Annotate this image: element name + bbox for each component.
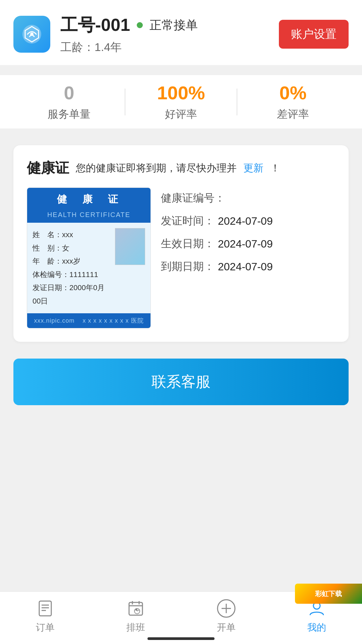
stats-row: 0 服务单量 100% 好评率 0% 差评率 xyxy=(0,75,362,128)
cert-footer-hospital: x x x x x x x x x 医院 xyxy=(83,317,144,324)
cert-age: 年 龄：xxx岁 xyxy=(33,255,112,268)
stat-service-count: 0 服务单量 xyxy=(13,82,125,122)
service-count-label: 服务单量 xyxy=(13,107,125,122)
issue-time-label: 发证时间： xyxy=(161,214,215,228)
worker-id-text: 工号-001 xyxy=(60,13,130,37)
cert-issue-date: 发证日期：2000年0月00日 xyxy=(33,281,112,308)
cert-sub: HEALTH CERTIFICATE xyxy=(27,211,150,223)
home-indicator xyxy=(147,637,215,640)
svg-point-11 xyxy=(135,609,137,611)
health-card: 健康证 您的健康证即将到期，请尽快办理并 更新 ！ 健 康 证 HEALTH C… xyxy=(13,145,349,342)
worker-id-row: 工号-001 正常接单 xyxy=(60,13,198,37)
nav-schedule-label: 排班 xyxy=(126,621,145,634)
effective-date-row: 生效日期： 2024-07-09 xyxy=(161,236,335,251)
header: 工号-001 正常接单 工龄：1.4年 账户设置 xyxy=(0,0,362,65)
nav-item-add[interactable]: 开单 xyxy=(181,598,272,634)
bad-rate-label: 差评率 xyxy=(237,107,349,122)
add-icon xyxy=(216,598,236,619)
bad-rate-value: 0% xyxy=(237,82,349,104)
cert-no-label: 健康证编号： xyxy=(161,191,225,206)
stat-bad-rate: 0% 差评率 xyxy=(237,82,349,122)
nav-add-label: 开单 xyxy=(217,621,236,634)
issue-time-row: 发证时间： 2024-07-09 xyxy=(161,214,335,228)
cert-body: 姓 名：xxx 性 别：女 年 龄：xxx岁 体检编号：1111111 发证日期… xyxy=(27,223,150,313)
good-rate-label: 好评率 xyxy=(125,107,237,122)
expire-date-row: 到期日期： 2024-07-09 xyxy=(161,259,335,274)
health-notice-link[interactable]: 更新 xyxy=(243,161,263,175)
watermark: 彩虹下载 xyxy=(295,584,362,604)
health-card-header: 健康证 您的健康证即将到期，请尽快办理并 更新 ！ xyxy=(27,159,335,177)
service-count-value: 0 xyxy=(13,82,125,104)
expire-date-label: 到期日期： xyxy=(161,259,215,274)
health-notice-text: 您的健康证即将到期，请尽快办理并 xyxy=(76,161,237,175)
nav-order-label: 订单 xyxy=(36,621,55,634)
cert-name: 姓 名：xxx xyxy=(33,228,112,241)
contact-service-button[interactable]: 联系客服 xyxy=(13,359,349,405)
cert-footer: xxx.nipic.com x x x x x x x x x 医院 xyxy=(27,313,150,328)
worker-age: 工龄：1.4年 xyxy=(60,40,198,55)
header-info: 工号-001 正常接单 工龄：1.4年 xyxy=(60,13,198,55)
expire-date-value: 2024-07-09 xyxy=(218,261,273,273)
cert-gender: 性 别：女 xyxy=(33,241,112,255)
health-details: 健康证编号： 发证时间： 2024-07-09 生效日期： 2024-07-09… xyxy=(161,187,335,274)
header-left: 工号-001 正常接单 工龄：1.4年 xyxy=(13,13,198,55)
card-section: 健康证 您的健康证即将到期，请尽快办理并 更新 ！ 健 康 证 HEALTH C… xyxy=(0,135,362,352)
issue-time-value: 2024-07-09 xyxy=(218,215,273,227)
cert-photo xyxy=(115,228,145,265)
health-notice-end: ！ xyxy=(270,161,280,175)
cert-no-row: 健康证编号： xyxy=(161,191,335,206)
cert-text: 姓 名：xxx 性 别：女 年 龄：xxx岁 体检编号：1111111 发证日期… xyxy=(33,228,112,308)
status-dot xyxy=(137,22,143,28)
order-icon xyxy=(35,598,55,619)
nav-profile-label: 我的 xyxy=(307,621,326,634)
health-cert-image: 健 康 证 HEALTH CERTIFICATE 姓 名：xxx 性 别：女 年… xyxy=(27,187,151,328)
contact-section: 联系客服 xyxy=(0,352,362,419)
cert-header: 健 康 证 xyxy=(27,188,150,211)
nav-item-order[interactable]: 订单 xyxy=(0,598,90,634)
app-logo xyxy=(13,16,50,53)
cert-exam-no: 体检编号：1111111 xyxy=(33,268,112,281)
nav-item-schedule[interactable]: 排班 xyxy=(90,598,181,634)
cert-footer-prefix: xxx.nipic.com xyxy=(34,317,74,324)
effective-date-label: 生效日期： xyxy=(161,236,215,251)
health-content: 健 康 证 HEALTH CERTIFICATE 姓 名：xxx 性 别：女 年… xyxy=(27,187,335,328)
good-rate-value: 100% xyxy=(125,82,237,104)
effective-date-value: 2024-07-09 xyxy=(218,238,273,250)
account-settings-button[interactable]: 账户设置 xyxy=(279,20,349,49)
watermark-text: 彩虹下载 xyxy=(315,589,342,598)
schedule-icon xyxy=(126,598,146,619)
status-text: 正常接单 xyxy=(149,17,198,34)
stats-section: 0 服务单量 100% 好评率 0% 差评率 xyxy=(0,65,362,135)
svg-rect-2 xyxy=(39,601,51,616)
stat-good-rate: 100% 好评率 xyxy=(125,82,237,122)
health-card-title: 健康证 xyxy=(27,159,69,177)
